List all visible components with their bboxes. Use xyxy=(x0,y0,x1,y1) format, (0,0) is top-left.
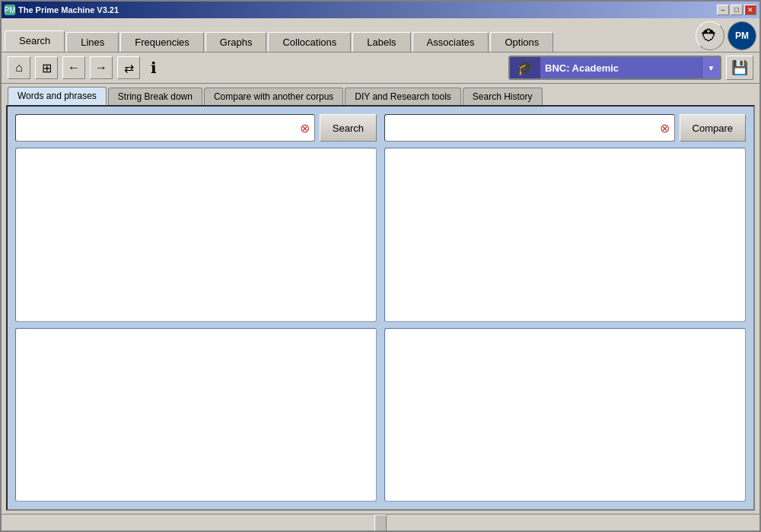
tab-options[interactable]: Options xyxy=(490,32,553,52)
tab-labels[interactable]: Labels xyxy=(352,32,410,52)
home-button[interactable]: ⌂ xyxy=(8,56,30,79)
left-top-result-box xyxy=(15,148,377,322)
right-clear-button[interactable]: ⊗ xyxy=(658,120,673,135)
chevron-down-icon: ▼ xyxy=(708,64,715,72)
main-content-area: ⊗ Search ⊗ Compare xyxy=(6,105,755,511)
minimize-button[interactable]: – xyxy=(717,5,729,15)
search-row: ⊗ Search ⊗ Compare xyxy=(15,114,746,142)
save-icon: 💾 xyxy=(731,59,748,76)
corpus-label: BNC: Academic xyxy=(540,62,702,74)
home-icon: ⌂ xyxy=(15,61,23,75)
corpus-selector[interactable]: 🎓 BNC: Academic ▼ xyxy=(508,56,721,80)
maximize-button[interactable]: □ xyxy=(731,5,743,15)
right-bottom-result-box xyxy=(384,328,746,502)
scrollbar-thumb[interactable] xyxy=(374,514,387,531)
corpus-dropdown-button[interactable]: ▼ xyxy=(702,56,720,80)
subtab-words-phrases[interactable]: Words and phrases xyxy=(8,87,107,105)
right-search-box: ⊗ xyxy=(384,114,675,142)
right-top-result-box xyxy=(384,148,746,322)
close-button[interactable]: ✕ xyxy=(744,5,756,15)
title-bar: PM The Prime Machine V3.21 – □ ✕ xyxy=(2,2,759,18)
app-icon: PM xyxy=(5,5,15,15)
left-clear-button[interactable]: ⊗ xyxy=(298,120,313,135)
info-icon: ℹ xyxy=(151,59,157,77)
subtab-search-history[interactable]: Search History xyxy=(463,88,543,105)
tab-frequencies[interactable]: Frequencies xyxy=(120,32,204,52)
forward-button[interactable]: → xyxy=(90,56,113,79)
tab-collocations[interactable]: Collocations xyxy=(268,32,351,52)
grid-icon: ⊞ xyxy=(42,61,52,75)
toolbar: ⌂ ⊞ ← → ⇄ ℹ 🎓 BNC: Academic ▼ xyxy=(2,52,759,84)
subtab-compare-corpus[interactable]: Compare with another corpus xyxy=(204,88,343,105)
sub-tab-bar: Words and phrases String Break down Comp… xyxy=(2,84,759,105)
swap-icon: ⇄ xyxy=(124,61,134,75)
forward-icon: → xyxy=(95,61,107,75)
tab-lines[interactable]: Lines xyxy=(66,32,119,52)
corpus-icon: 🎓 xyxy=(510,56,540,80)
search-button[interactable]: Search xyxy=(320,114,377,142)
swap-button[interactable]: ⇄ xyxy=(117,56,140,79)
pm-icon-button[interactable]: PM xyxy=(728,21,756,50)
save-button[interactable]: 💾 xyxy=(726,56,753,80)
left-search-input[interactable] xyxy=(18,121,298,135)
right-search-input[interactable] xyxy=(387,121,658,135)
back-button[interactable]: ← xyxy=(62,56,85,79)
back-icon: ← xyxy=(68,61,80,75)
left-search-box: ⊗ xyxy=(15,114,315,142)
main-tab-bar: Search Lines Frequencies Graphs Collocat… xyxy=(2,18,759,52)
grid-button[interactable]: ⊞ xyxy=(35,56,58,79)
subtab-diy-research[interactable]: DIY and Research tools xyxy=(345,88,461,105)
tab-search[interactable]: Search xyxy=(5,30,65,52)
window-title: The Prime Machine V3.21 xyxy=(18,5,119,14)
status-bar xyxy=(2,514,759,530)
tab-associates[interactable]: Associates xyxy=(412,32,489,52)
left-bottom-result-box xyxy=(15,328,377,502)
right-results-column xyxy=(384,148,746,502)
left-results-column xyxy=(15,148,377,502)
tab-graphs[interactable]: Graphs xyxy=(205,32,267,52)
compare-button[interactable]: Compare xyxy=(680,114,746,142)
results-area xyxy=(15,148,746,502)
help-icon-button[interactable]: ⛑ xyxy=(696,21,724,50)
window-controls: – □ ✕ xyxy=(717,5,756,15)
subtab-string-breakdown[interactable]: String Break down xyxy=(108,88,202,105)
